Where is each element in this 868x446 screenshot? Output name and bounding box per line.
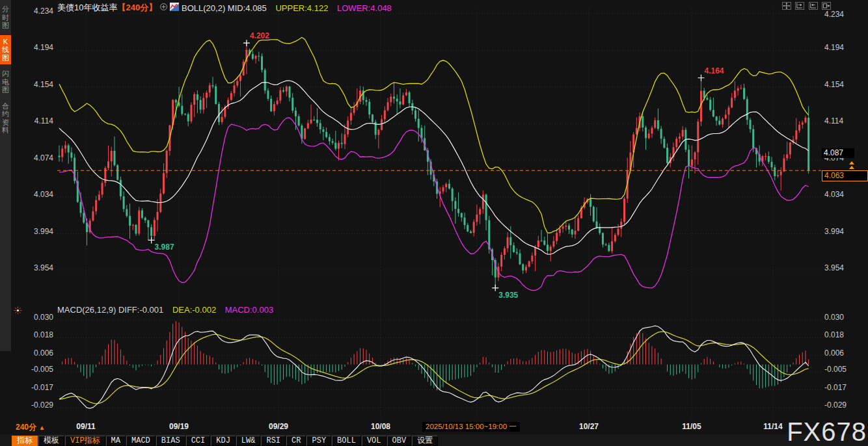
toolbar-tab-indicators[interactable]: 指标: [12, 436, 38, 446]
toolbar-indicator-rsi[interactable]: RSI: [261, 436, 286, 446]
toolbar-tab-templates[interactable]: 模板: [38, 436, 64, 446]
toolbar-indicator-设置[interactable]: 设置: [412, 436, 438, 446]
chart-header: 美债10年收益率【240分】 BOLL(20,2) MID:4.085 UPPE…: [57, 2, 392, 14]
price-annotation: 4.164: [704, 66, 724, 75]
axis-shrink-icon[interactable]: [795, 2, 804, 10]
price-marker-cross: [148, 237, 155, 243]
toolbar-indicator-macd[interactable]: MACD: [126, 436, 156, 446]
mini-chart-icon[interactable]: [170, 3, 179, 13]
macd-axis-label: 0.006: [824, 349, 844, 358]
macd-axis-label: -0.017: [824, 384, 847, 392]
price-annotation: 3.935: [498, 291, 518, 300]
x-axis-date: 09/29: [269, 422, 288, 431]
toolbar-indicator-kdj[interactable]: KDJ: [211, 436, 236, 446]
watermark: FX678: [787, 417, 867, 446]
y-axis-label: 4.194: [18, 44, 53, 52]
y-axis-label: 4.074: [18, 154, 53, 163]
y-axis-label: 3.954: [18, 264, 53, 272]
toolbar-indicator-boll[interactable]: BOLL: [332, 436, 361, 446]
period-label[interactable]: 【240分】: [117, 3, 157, 12]
move-icon[interactable]: [782, 2, 791, 10]
macd-axis-label: 0.006: [18, 349, 53, 358]
boll-upper-line: [59, 38, 809, 233]
boll-mid-line: [59, 81, 809, 254]
macd-axis-label: -0.029: [18, 401, 53, 410]
y-axis-label: 4.034: [18, 190, 53, 199]
toolbar-indicator-psy[interactable]: PSY: [306, 436, 331, 446]
macd-axis-label: -0.005: [824, 365, 847, 374]
macd-axis-label: -0.029: [824, 401, 847, 410]
x-axis-date: 09/11: [76, 422, 95, 431]
boll-values: BOLL(20,2) MID:4.085: [182, 3, 267, 13]
sidebar-item-flash-chart[interactable]: 闪电图: [0, 67, 11, 97]
macd-axis-label: 0.018: [18, 331, 53, 339]
price-annotation: 3.987: [155, 243, 174, 252]
toolbar-indicator-cr[interactable]: CR: [286, 436, 306, 446]
y-axis-label: 4.234: [18, 7, 53, 16]
export-icon[interactable]: [822, 2, 831, 10]
price-up-arrow: [849, 161, 854, 164]
boll-upper-value: UPPER:4.122: [275, 3, 328, 13]
sidebar-item-contract-info[interactable]: 合约资料: [0, 99, 11, 137]
y-axis-label: 4.194: [824, 44, 844, 52]
boll-mid-price-tag: 4.087: [822, 148, 854, 158]
sidebar: 分时图K线图闪电图合约资料: [0, 0, 11, 351]
toolbar-indicator-cci[interactable]: CCI: [186, 436, 211, 446]
y-axis-label: 4.034: [824, 190, 844, 199]
y-axis-label: 4.114: [18, 117, 53, 125]
last-price-tag: 4.063: [822, 170, 868, 181]
instrument-title: 美债10年收益率: [57, 3, 117, 12]
toolbar-indicator-vol[interactable]: VOL: [362, 436, 387, 446]
price-marker-cross: [243, 40, 250, 46]
macd-values: MACD(26,12,9) DIFF:-0.001: [57, 305, 163, 315]
chart-canvas[interactable]: [0, 0, 868, 446]
boll-lower-line: [59, 118, 809, 291]
sidebar-item-time-chart[interactable]: 分时图: [0, 3, 11, 33]
toolbar-tab-vip-indicators[interactable]: VIP指标: [65, 436, 105, 446]
indicator-toolbar: 指标模板VIP指标MAMACDBIASCCIKDJLW&RSICRPSYBOLL…: [0, 434, 868, 446]
macd-axis-label: -0.017: [18, 384, 53, 392]
toolbar-indicator-bias[interactable]: BIAS: [156, 436, 185, 446]
y-axis-label: 3.994: [18, 228, 53, 236]
macd-hist-value: MACD:0.003: [225, 305, 273, 315]
toolbar-indicator-lw&[interactable]: LW&: [236, 436, 261, 446]
window-controls: [782, 2, 832, 14]
y-axis-label: 3.994: [824, 228, 844, 236]
price-marker-cross: [492, 285, 498, 291]
macd-axis-label: 0.030: [824, 313, 844, 322]
circle-plus-icon[interactable]: [159, 3, 168, 13]
y-axis-label: 4.154: [824, 81, 844, 89]
toolbar-indicator-obv[interactable]: OBV: [387, 436, 412, 446]
price-marker-cross: [698, 75, 704, 81]
x-axis-date: 10/08: [371, 422, 390, 431]
x-axis-date: 10/27: [579, 422, 599, 431]
dea-value: DEA:-0.002: [172, 305, 216, 315]
axis-expand-icon[interactable]: [809, 2, 818, 10]
x-axis: 240分 ▲ 2025/10/13 15:00~19:00 一 09/1109/…: [0, 421, 868, 433]
x-axis-date: 09/19: [169, 422, 189, 431]
chart-app: 分时图K线图闪电图合约资料 美债10年收益率【240分】 BOLL(20,2) …: [0, 0, 868, 446]
macd-header: MACD(26,12,9) DIFF:-0.001 DEA:-0.002 MAC…: [57, 305, 273, 315]
y-axis-label: 3.954: [824, 264, 844, 272]
footer-period-label[interactable]: 240分 ▲: [16, 422, 45, 433]
x-axis-date: 11/05: [682, 422, 701, 431]
sidebar-item-candle-chart[interactable]: K线图: [0, 35, 11, 65]
boll-lower-value: LOWER:4.048: [337, 3, 392, 13]
x-axis-date: 11/14: [763, 422, 782, 431]
selected-time-range: 2025/10/13 15:00~19:00 一: [422, 422, 520, 432]
macd-axis-label: -0.005: [18, 365, 53, 374]
y-axis-label: 4.114: [824, 117, 843, 125]
y-axis-label: 4.154: [18, 81, 53, 89]
toolbar-indicator-ma[interactable]: MA: [106, 436, 126, 446]
macd-axis-label: 0.030: [18, 313, 53, 322]
indicator-settings-icon[interactable]: [14, 306, 22, 317]
price-up-arrow: [849, 166, 854, 169]
price-annotation: 4.202: [250, 31, 269, 40]
macd-layer: [59, 321, 809, 408]
candlestick-layer: [59, 38, 810, 291]
macd-axis-label: 0.018: [824, 331, 844, 339]
